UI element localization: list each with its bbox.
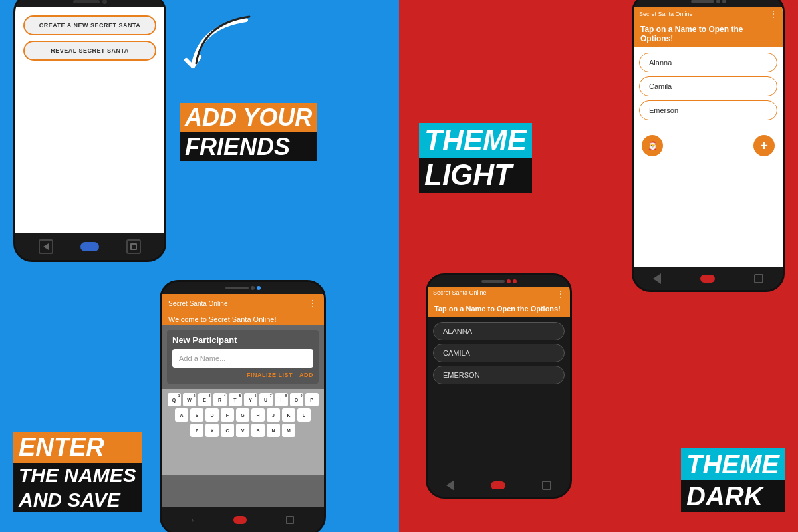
theme-text: THEME [419, 123, 532, 158]
phone-1-nav [15, 233, 164, 260]
phone-4-topbar [428, 275, 570, 287]
phone-3-screen: Secret Santa Online ⋮ Tap on a Name to O… [634, 7, 783, 267]
key-h[interactable]: H [251, 408, 265, 422]
phone-3-statusbar: Secret Santa Online ⋮ [634, 7, 783, 21]
theme-dark-text: THEME [681, 448, 785, 480]
key-r[interactable]: R4 [213, 393, 227, 406]
create-secret-santa-button[interactable]: CREATE A NEW SECRET SANTA [23, 15, 156, 35]
phone-3-appbar: Tap on a Name to Open the Options! [634, 21, 783, 47]
phone-3: Secret Santa Online ⋮ Tap on a Name to O… [632, 0, 785, 292]
finalize-list-button[interactable]: FINALIZE LIST [247, 372, 293, 378]
key-d[interactable]: D [205, 408, 219, 422]
phone-3-add-fab[interactable]: + [753, 135, 775, 156]
back-button[interactable] [39, 239, 53, 254]
dark-list-item-camila[interactable]: CAMILA [433, 344, 565, 362]
phone-2-nav: › [162, 507, 324, 532]
key-g[interactable]: G [236, 408, 249, 422]
key-a[interactable]: A [175, 408, 188, 422]
phone-4-statusbar: Secret Santa Online ⋮ [428, 287, 570, 301]
phone-2-app-title: Secret Santa Online [168, 300, 228, 307]
phone-2-appbar: Secret Santa Online ⋮ [162, 294, 324, 313]
phone-4-screen: Secret Santa Online ⋮ Tap on a Name to O… [428, 287, 570, 473]
more-options-icon[interactable]: ⋮ [308, 298, 317, 309]
key-l[interactable]: L [297, 408, 311, 422]
phone-3-left-fab[interactable]: 🎅 [642, 135, 663, 156]
enter-names-label: ENTER THE NAMES AND SAVE [13, 432, 142, 512]
key-w[interactable]: W2 [183, 393, 196, 406]
keyboard: Q1 W2 E3 R4 T5 Y6 U7 I8 O9 P A S D F G [162, 389, 324, 475]
key-b[interactable]: B [251, 424, 265, 437]
phone-4-nav [428, 473, 570, 497]
the-names-text: THE NAMES [13, 463, 142, 487]
new-participant-card: New Participant Add a Name... FINALIZE L… [167, 330, 319, 384]
keyboard-row-3: Z X C V B N M [166, 424, 320, 437]
phone-4-list: ALANNA CAMILA EMERSON [428, 317, 570, 393]
phone-3-bottom: 🎅 + [634, 130, 783, 162]
phone-4-app-name: Secret Santa Online [433, 289, 487, 299]
key-i[interactable]: I8 [275, 393, 288, 406]
recents-button[interactable] [126, 239, 141, 254]
phone-4-more-icon[interactable]: ⋮ [557, 289, 565, 299]
friends-text: FRIENDS [180, 132, 317, 162]
back-nav-dark[interactable] [446, 480, 454, 491]
enter-text: ENTER [13, 432, 142, 463]
home-nav-icon[interactable] [700, 275, 715, 283]
phone-4-appbar: Tap on a Name to Open the Options! [428, 301, 570, 317]
key-k[interactable]: K [282, 408, 295, 422]
phone-1-screen: CREATE A NEW SECRET SANTA REVEAL SECRET … [15, 7, 164, 233]
key-n[interactable]: N [267, 424, 280, 437]
key-o[interactable]: O9 [290, 393, 303, 406]
key-y[interactable]: Y6 [244, 393, 257, 406]
phone-4: Secret Santa Online ⋮ Tap on a Name to O… [426, 273, 572, 499]
key-j[interactable]: J [267, 408, 280, 422]
phone-2-screen: Secret Santa Online ⋮ Welcome to Secret … [162, 294, 324, 507]
add-name-input[interactable]: Add a Name... [172, 349, 313, 368]
key-u[interactable]: U7 [259, 393, 273, 406]
phone-3-more-icon[interactable]: ⋮ [769, 9, 777, 19]
key-v[interactable]: V [236, 424, 249, 437]
add-button[interactable]: ADD [299, 372, 313, 378]
arrow-decoration [180, 13, 259, 80]
phone-2-topbar [162, 282, 324, 294]
keyboard-row-1: Q1 W2 E3 R4 T5 Y6 U7 I8 O9 P [166, 393, 320, 406]
key-z[interactable]: Z [190, 424, 203, 437]
key-c[interactable]: C [221, 424, 234, 437]
dark-list-item-alanna[interactable]: ALANNA [433, 322, 565, 340]
list-item-emerson[interactable]: Emerson [639, 100, 777, 120]
key-s[interactable]: S [190, 408, 203, 422]
recents-nav-dark[interactable] [542, 481, 551, 490]
theme-dark-label: THEME DARK [681, 448, 785, 512]
recents-nav-icon[interactable] [754, 274, 763, 283]
key-x[interactable]: X [205, 424, 219, 437]
reveal-secret-santa-button[interactable]: REVEAL SECRET SANTA [23, 41, 156, 61]
phone-4-subtitle: Tap on a Name to Open the Options! [434, 305, 561, 313]
home-button[interactable] [80, 242, 99, 251]
key-f[interactable]: F [221, 408, 234, 422]
card-actions: FINALIZE LIST ADD [172, 372, 313, 378]
phone-1: CREATE A NEW SECRET SANTA REVEAL SECRET … [13, 0, 166, 262]
right-section: THEME LIGHT Secret Santa Online ⋮ Tap on… [399, 0, 798, 532]
back-nav-icon[interactable] [653, 273, 661, 284]
light-text: LIGHT [419, 158, 532, 192]
list-item-camila[interactable]: Camila [639, 76, 777, 96]
key-m[interactable]: M [282, 424, 295, 437]
keyboard-row-2: A S D F G H J K L [166, 408, 320, 422]
phone-3-topbar [634, 0, 783, 7]
phone-speaker [73, 0, 100, 3]
phone-3-nav [634, 267, 783, 290]
home-nav-dark[interactable] [491, 481, 505, 489]
add-your-text: ADD YOUR [180, 103, 317, 132]
phone-camera [102, 0, 107, 4]
dark-text: DARK [681, 480, 785, 512]
add-friends-label: ADD YOUR FRIENDS [180, 103, 317, 161]
list-item-alanna[interactable]: Alanna [639, 53, 777, 72]
theme-light-label: THEME LIGHT [419, 123, 532, 193]
key-e[interactable]: E3 [198, 393, 211, 406]
card-title: New Participant [172, 335, 313, 345]
key-t[interactable]: T5 [229, 393, 242, 406]
phone-2: Secret Santa Online ⋮ Welcome to Secret … [160, 280, 326, 532]
key-p[interactable]: P [305, 393, 319, 406]
phone-3-list: Alanna Camila Emerson [634, 47, 783, 130]
key-q[interactable]: Q1 [168, 393, 181, 406]
dark-list-item-emerson[interactable]: EMERSON [433, 366, 565, 384]
